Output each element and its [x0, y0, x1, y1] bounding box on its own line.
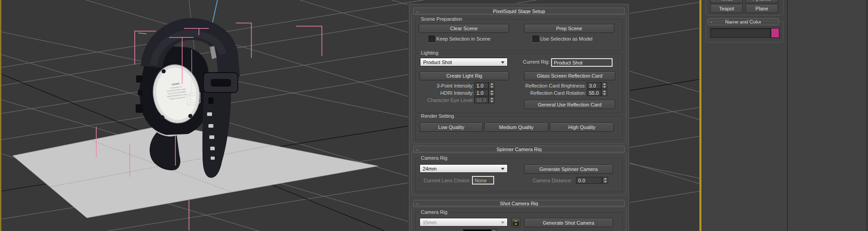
spinner-down-icon [603, 93, 606, 95]
character-eye-level-label: Character Eye Level: [418, 97, 474, 103]
reflection-card-brightness-field[interactable]: 3.0 [587, 82, 601, 89]
spinner-lens-dropdown-value: 24mm [423, 166, 437, 171]
shot-lens-dropdown-value: 15mm [423, 220, 437, 225]
hdri-intensity-spinner[interactable] [489, 89, 495, 96]
current-rig-label: Current Rig: [516, 59, 550, 65]
group-label: Scene Preparation [419, 16, 464, 22]
hdri-intensity-label: HDRI Intensity: [418, 90, 474, 96]
keep-selection-checkbox[interactable] [429, 36, 435, 42]
chevron-down-icon [501, 222, 505, 224]
three-point-intensity-label: 3-Point Intensity: [418, 83, 474, 89]
spinner-up-icon [603, 90, 606, 92]
pixelsquid-stage-setup-dialog: - PixelSquid Stage Setup Scene Preparati… [409, 4, 629, 231]
spinner-down-icon [603, 86, 606, 88]
generate-spinner-camera-button[interactable]: Generate Spinner Camera [524, 164, 613, 174]
reflection-card-rotation-label: Reflection Card Rotation: [513, 90, 586, 96]
keep-selection-label: Keep Selection in Scene [436, 36, 491, 42]
spinner-up-icon [491, 83, 493, 85]
three-point-intensity-spinner[interactable] [489, 82, 495, 89]
watch-buckle-slot [211, 79, 231, 87]
light-rig-dropdown[interactable]: Product Shot [420, 58, 508, 66]
use-selection-label: Use Selection as Model [540, 36, 593, 42]
pick-camera-button[interactable] [511, 218, 520, 227]
object-type-teapot-button[interactable]: Teapot [710, 4, 743, 13]
object-type-torus-button[interactable]: Torus [710, 0, 743, 3]
reflection-card-rotation-spinner[interactable] [601, 89, 607, 96]
low-quality-button[interactable]: Low Quality [420, 122, 483, 132]
reflection-card-rotation-field[interactable]: 55.0 [587, 89, 601, 96]
camera-distance-field[interactable]: 0.0 [576, 177, 602, 184]
object-name-input[interactable] [710, 28, 771, 38]
general-use-reflection-card-button[interactable]: General Use Reflection Card [524, 100, 615, 109]
reflection-card-brightness-label: Reflection Card Brightness: [513, 83, 586, 89]
command-panel: Torus Pyramid Teapot Plane - Name and Co… [702, 0, 868, 231]
viewport-border-left [0, 0, 1, 231]
generate-shot-camera-button[interactable]: Generate Shot Camera [524, 218, 613, 227]
medium-quality-button[interactable]: Medium Quality [484, 122, 548, 132]
spinner-up-icon [491, 90, 493, 92]
watch-strap-hole-dark [208, 97, 213, 104]
panel-divider [867, 0, 867, 231]
light-rig-dropdown-value: Product Shot [423, 60, 452, 65]
reflection-card-brightness-spinner[interactable] [601, 82, 607, 89]
current-lens-choice-field[interactable]: None [472, 176, 494, 185]
create-light-rig-button[interactable]: Create Light Rig [420, 71, 509, 80]
shot-lens-dropdown: 15mm [420, 218, 508, 226]
clear-scene-button[interactable]: Clear Scene [419, 24, 509, 33]
current-rig-field[interactable]: Product Shot [551, 58, 613, 67]
shot-color-spinner[interactable] [491, 229, 497, 231]
spinner-up-icon [603, 83, 606, 85]
use-selection-checkbox[interactable] [533, 36, 539, 42]
chevron-down-icon [501, 168, 505, 170]
three-point-intensity-field[interactable]: 1.0 [474, 82, 489, 89]
panel-divider [787, 0, 788, 231]
application-window: CASIO AQ-S810W-1AV STAINLESS STEEL BACK … [0, 0, 868, 231]
spinner-up-icon [604, 178, 607, 180]
chevron-down-icon [501, 61, 505, 64]
spinner-down-icon [491, 93, 493, 95]
object-color-swatch[interactable] [771, 28, 779, 38]
camera-icon [513, 220, 519, 226]
group-camera-rig-spinner: Camera Rig [415, 158, 623, 192]
spinner-up-icon [491, 97, 493, 99]
glass-screen-reflection-card-button[interactable]: Glass Screen Reflection Card [524, 71, 615, 80]
camera-distance-label: Camera Distance: [524, 178, 572, 184]
hdri-intensity-field[interactable]: 1.0 [474, 89, 489, 96]
group-label: Camera Rig [419, 155, 449, 161]
character-eye-level-field: 92.0 [474, 97, 489, 103]
camera-distance-spinner[interactable] [602, 177, 608, 184]
spinner-down-icon [491, 101, 493, 102]
spinner-down-icon [604, 181, 607, 183]
shot-color-field[interactable] [463, 229, 492, 231]
object-type-pyramid-button[interactable]: Pyramid [745, 0, 778, 3]
spinner-lens-dropdown[interactable]: 24mm [420, 164, 508, 173]
group-label: Camera Rig [419, 209, 449, 215]
prep-scene-button[interactable]: Prep Scene [524, 24, 614, 33]
spinner-down-icon [491, 86, 493, 88]
object-type-plane-button[interactable]: Plane [745, 4, 778, 13]
group-label: Render Setting [419, 113, 456, 119]
group-label: Lighting [419, 50, 440, 56]
character-eye-level-spinner [489, 97, 495, 103]
high-quality-button[interactable]: High Quality [550, 122, 614, 132]
current-lens-choice-label: Current Lens Choice: [423, 178, 471, 184]
